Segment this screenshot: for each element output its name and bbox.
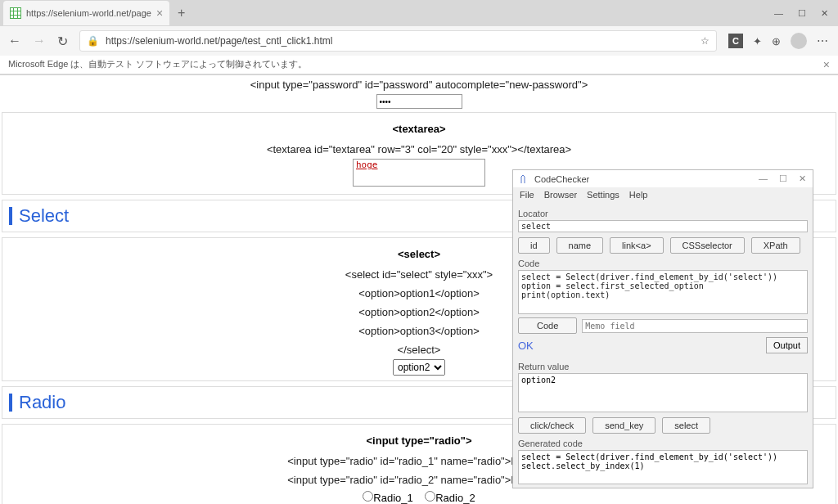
locator-label: Locator	[518, 209, 808, 218]
textarea-input[interactable]: hoge	[353, 159, 485, 187]
section-bar-icon	[9, 207, 12, 225]
tab-title: https://selenium-world.net/page	[26, 8, 151, 18]
textarea-heading: <textarea>	[2, 118, 836, 140]
return-value-box[interactable]: option2	[518, 373, 808, 412]
radio-2-input[interactable]	[425, 491, 435, 502]
generated-code-label: Generated code	[518, 439, 808, 448]
menu-file[interactable]: File	[520, 190, 534, 200]
minimize-icon[interactable]: —	[774, 8, 783, 19]
password-tag-text: <input type="password" id="password" aut…	[0, 75, 838, 94]
close-window-icon[interactable]: ✕	[821, 8, 828, 19]
radio-option-2[interactable]: Radio_2	[425, 492, 475, 504]
radio-option-1[interactable]: Radio_1	[363, 492, 412, 504]
browser-chrome: https://selenium-world.net/page × + — ☐ …	[0, 0, 838, 75]
dialog-app-icon	[520, 174, 529, 184]
radio-1-input[interactable]	[363, 491, 373, 502]
dialog-maximize-icon[interactable]: ☐	[779, 173, 787, 184]
radio-options-row: Radio_1 Radio_2	[2, 489, 836, 504]
lock-icon: 🔒	[87, 35, 99, 47]
action-buttons: click/check send_key select	[518, 417, 808, 434]
dialog-title: CodeChecker	[534, 174, 589, 184]
click-check-button[interactable]: click/check	[518, 417, 586, 434]
password-input[interactable]	[376, 94, 462, 109]
codechecker-dialog: CodeChecker — ☐ ✕ File Browser Settings …	[512, 169, 813, 488]
profile-avatar[interactable]	[791, 33, 807, 49]
code-label: Code	[518, 259, 808, 268]
dialog-body: Locator id name link<a> CSSselector XPat…	[513, 202, 813, 488]
code-button[interactable]: Code	[518, 317, 577, 334]
dialog-minimize-icon[interactable]: —	[759, 173, 768, 184]
tab-bar: https://selenium-world.net/page × + — ☐ …	[0, 0, 838, 26]
id-button[interactable]: id	[518, 237, 550, 254]
url-input[interactable]: 🔒 https://selenium-world.net/page/test_c…	[79, 30, 717, 52]
star-icon[interactable]: ☆	[701, 35, 710, 47]
section-bar-icon	[9, 394, 12, 412]
locator-buttons: id name link<a> CSSselector XPath	[518, 237, 808, 254]
info-bar-text: Microsoft Edge は、自動テスト ソフトウェアによって制御されていま…	[8, 58, 307, 71]
return-label: Return value	[518, 362, 808, 371]
xpath-button[interactable]: XPath	[751, 237, 800, 254]
ok-status: OK	[518, 340, 534, 352]
collections-icon[interactable]: ⊕	[772, 35, 781, 47]
dialog-titlebar[interactable]: CodeChecker — ☐ ✕	[513, 170, 813, 187]
select-input[interactable]: option2	[393, 359, 445, 376]
browser-tab[interactable]: https://selenium-world.net/page ×	[3, 1, 169, 25]
refresh-button[interactable]: ↻	[57, 34, 68, 49]
info-bar-close-icon[interactable]: ×	[823, 58, 830, 71]
more-icon[interactable]: ⋯	[817, 34, 830, 47]
code-textarea[interactable]: select = Select(driver.find_element_by_i…	[518, 270, 808, 314]
new-tab-button[interactable]: +	[169, 6, 193, 20]
url-text: https://selenium-world.net/page/test_cnt…	[106, 35, 694, 47]
back-button[interactable]: ←	[8, 34, 21, 48]
automation-info-bar: Microsoft Edge は、自動テスト ソフトウェアによって制御されていま…	[0, 56, 838, 74]
favorites-icon[interactable]: ✦	[753, 35, 762, 47]
menu-help[interactable]: Help	[629, 190, 648, 200]
output-button[interactable]: Output	[766, 337, 808, 353]
toolbar-icons: C ✦ ⊕ ⋯	[728, 33, 830, 49]
select-title: Select	[19, 205, 69, 227]
menu-browser[interactable]: Browser	[544, 190, 577, 200]
textarea-tag-text: <textarea id="textarea" row="3" col="20"…	[2, 140, 836, 159]
favicon-icon	[10, 7, 21, 19]
forward-button[interactable]: →	[33, 34, 46, 48]
close-tab-icon[interactable]: ×	[156, 7, 163, 20]
link-button[interactable]: link<a>	[610, 237, 663, 254]
css-button[interactable]: CSSselector	[670, 237, 745, 254]
maximize-icon[interactable]: ☐	[798, 8, 806, 19]
menu-settings[interactable]: Settings	[587, 190, 619, 200]
generated-code-box[interactable]: select = Select(driver.find_element_by_i…	[518, 450, 808, 484]
memo-input[interactable]	[582, 319, 808, 333]
dialog-close-icon[interactable]: ✕	[799, 173, 806, 184]
window-controls: — ☐ ✕	[774, 8, 838, 19]
name-button[interactable]: name	[556, 237, 604, 254]
send-key-button[interactable]: send_key	[592, 417, 656, 434]
locator-input[interactable]	[518, 220, 808, 232]
radio-title: Radio	[19, 392, 65, 413]
address-bar: ← → ↻ 🔒 https://selenium-world.net/page/…	[0, 26, 838, 56]
extension-c-icon[interactable]: C	[728, 34, 743, 48]
dialog-menu: File Browser Settings Help	[513, 187, 813, 202]
select-button[interactable]: select	[662, 417, 710, 434]
